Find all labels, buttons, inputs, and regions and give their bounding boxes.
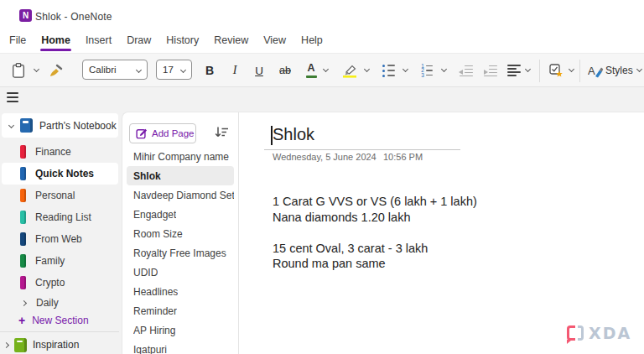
font-color-dropdown[interactable] xyxy=(321,65,330,73)
chevron-down-icon xyxy=(568,65,574,71)
menu-insert[interactable]: Insert xyxy=(85,32,112,51)
page-item-ap-hiring[interactable]: AP Hiring xyxy=(127,320,234,340)
numbered-list-dropdown[interactable] xyxy=(439,65,448,73)
new-section-button[interactable]: + New Section xyxy=(2,312,118,329)
menu-home[interactable]: Home xyxy=(40,32,71,51)
notebook-header-inspiration[interactable]: Inspiration xyxy=(0,334,118,354)
new-section-label: New Section xyxy=(32,315,88,326)
notebook-header-parths-notebook[interactable]: Parth's Notebook xyxy=(2,113,118,138)
xda-watermark: XDA xyxy=(567,324,631,342)
page-item-engadget[interactable]: Engadget xyxy=(127,205,234,224)
sidebar-section-from-web[interactable]: From Web xyxy=(2,228,118,250)
highlight-button[interactable] xyxy=(340,60,360,81)
page-item-royalty-free-images[interactable]: Royalty Free Images xyxy=(127,243,234,263)
section-label: Quick Notes xyxy=(35,168,94,180)
page-item-navdeep-diamond-set[interactable]: Navdeep Diamond Set xyxy=(127,185,234,205)
underline-button[interactable]: U xyxy=(249,60,269,81)
styles-dropdown[interactable] xyxy=(635,65,643,73)
xda-bracket-icon xyxy=(567,325,575,341)
add-page-button[interactable]: Add Page xyxy=(129,123,196,143)
menu-file[interactable]: File xyxy=(8,32,27,51)
sidebar-section-crypto[interactable]: Crypto xyxy=(2,272,118,294)
menu-review[interactable]: Review xyxy=(213,32,249,51)
styles-pen-icon: A xyxy=(588,64,604,78)
note-body[interactable]: 1 Carat G VVS or VS (6 lakh + 1 lakh) Na… xyxy=(273,194,477,272)
page-title-label: AP Hiring xyxy=(133,325,175,336)
bullet-list-icon xyxy=(382,64,395,77)
chevron-down-icon xyxy=(363,65,369,71)
menu-draw[interactable]: Draw xyxy=(126,32,152,51)
decrease-indent-button[interactable] xyxy=(457,62,474,79)
page-item-igatpuri[interactable]: Igatpuri xyxy=(127,340,234,354)
page-item-headlines[interactable]: Headlines xyxy=(127,282,234,301)
sidebar-section-reading-list[interactable]: Reading List xyxy=(2,206,118,228)
page-editor[interactable]: Shlok Wednesday, 5 June 2024 10:56 PM 1 … xyxy=(239,112,644,354)
styles-button[interactable]: A xyxy=(586,60,605,81)
format-painter-button[interactable] xyxy=(46,61,65,80)
note-line: 1 Carat G VVS or VS (6 lakh + 1 lakh) xyxy=(273,194,477,210)
underline-icon: U xyxy=(255,65,263,77)
font-color-button[interactable]: A xyxy=(301,60,321,81)
notebook-card: Add Page Mihir Company name Shlok Navdee… xyxy=(122,112,644,354)
page-item-reminder[interactable]: Reminder xyxy=(127,301,234,320)
chevron-down-icon xyxy=(322,65,328,71)
menu-help[interactable]: Help xyxy=(300,32,324,51)
styles-label[interactable]: Styles xyxy=(605,64,633,77)
title-bar: N Shlok - OneNote xyxy=(0,0,644,32)
sidebar-section-finance[interactable]: Finance xyxy=(2,141,118,163)
highlight-dropdown[interactable] xyxy=(362,65,371,73)
page-title-heading[interactable]: Shlok xyxy=(273,125,314,144)
decrease-indent-icon xyxy=(459,65,473,76)
chevron-right-icon xyxy=(3,341,9,347)
navigation-hamburger-button[interactable] xyxy=(7,92,18,102)
italic-button[interactable]: I xyxy=(225,60,245,81)
notebook-name: Inspiration xyxy=(33,339,79,351)
tag-button[interactable] xyxy=(546,60,566,81)
tag-dropdown[interactable] xyxy=(567,65,575,73)
sidebar-section-family[interactable]: Family xyxy=(2,250,118,272)
chevron-down-icon xyxy=(8,122,14,128)
section-group-label: Daily xyxy=(36,297,59,309)
font-size-select[interactable]: 17 xyxy=(156,60,192,80)
font-name-select[interactable]: Calibri xyxy=(82,60,148,80)
bullet-list-button[interactable] xyxy=(379,61,397,80)
plus-icon: + xyxy=(18,315,25,326)
paste-button[interactable] xyxy=(8,60,29,81)
numbered-list-icon: 1 2 3 xyxy=(421,64,433,77)
page-item-mihir-company-name[interactable]: Mihir Company name xyxy=(127,147,234,166)
menu-history[interactable]: History xyxy=(165,32,200,51)
sidebar-section-group-daily[interactable]: Daily xyxy=(2,294,118,312)
numbered-list-button[interactable]: 1 2 3 xyxy=(418,61,436,80)
section-label: Family xyxy=(35,255,65,267)
italic-icon: I xyxy=(233,64,237,77)
bold-button[interactable]: B xyxy=(200,60,220,81)
sidebar-divider xyxy=(0,331,119,332)
add-page-label: Add Page xyxy=(152,128,195,138)
sidebar-section-personal[interactable]: Personal xyxy=(2,185,118,206)
strikethrough-button[interactable]: ab xyxy=(274,60,296,81)
section-label: Finance xyxy=(35,146,71,158)
page-title-label: Royalty Free Images xyxy=(133,247,226,259)
notebook-icon xyxy=(20,118,33,133)
page-title-label: Headlines xyxy=(133,286,178,298)
section-label: Personal xyxy=(35,190,75,201)
paste-dropdown[interactable] xyxy=(32,65,40,73)
font-size-value: 17 xyxy=(163,65,174,75)
page-item-udid[interactable]: UDID xyxy=(127,263,234,282)
page-item-shlok[interactable]: Shlok xyxy=(127,166,234,185)
page-title-label: Engadget xyxy=(133,209,176,221)
sidebar-section-quick-notes[interactable]: Quick Notes xyxy=(2,163,118,185)
window-title: Shlok - OneNote xyxy=(35,11,112,23)
chevron-down-icon xyxy=(136,66,142,72)
alignment-dropdown[interactable] xyxy=(523,65,532,73)
page-item-room-size[interactable]: Room Size xyxy=(127,224,234,243)
chevron-down-icon xyxy=(636,65,641,71)
page-title-label: Shlok xyxy=(133,170,161,182)
bullet-list-dropdown[interactable] xyxy=(401,65,409,73)
paragraph-alignment-button[interactable] xyxy=(505,61,523,80)
font-name-value: Calibri xyxy=(89,65,117,75)
sort-pages-button[interactable] xyxy=(213,125,230,140)
increase-indent-button[interactable] xyxy=(481,62,498,79)
page-title-label: Room Size xyxy=(133,228,183,240)
menu-view[interactable]: View xyxy=(262,32,287,51)
